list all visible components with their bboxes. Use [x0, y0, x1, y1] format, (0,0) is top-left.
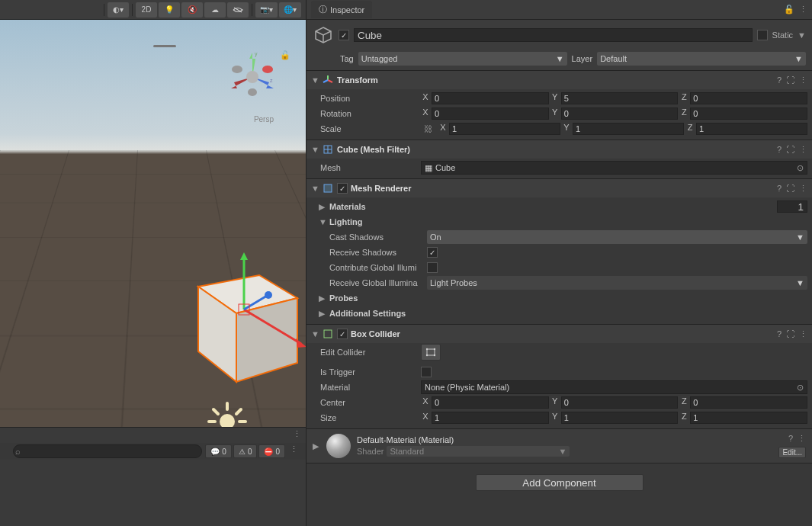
help-icon[interactable]: ?: [777, 184, 782, 194]
menu-icon[interactable]: ⋮: [799, 75, 807, 85]
scale-y-input[interactable]: [573, 123, 684, 135]
fx-toggle-button[interactable]: ☁: [204, 2, 226, 18]
foldout-icon[interactable]: ▼: [311, 145, 319, 154]
projection-label[interactable]: Persp: [254, 115, 274, 123]
inspector-tab[interactable]: ⓘ Inspector: [311, 1, 372, 18]
center-y-input[interactable]: [561, 396, 679, 409]
scale-z-input[interactable]: [696, 123, 807, 135]
layer-dropdown[interactable]: Default▼: [597, 52, 806, 66]
warning-icon: ⚠: [239, 447, 246, 456]
lock-icon[interactable]: 🔓: [784, 5, 794, 14]
preset-icon[interactable]: ⛶: [786, 184, 794, 194]
center-label: Center: [311, 398, 418, 407]
error-count-button[interactable]: ⛔0: [258, 444, 285, 458]
inspector-tab-bar: ⓘ Inspector 🔓 ⋮: [307, 0, 812, 20]
contribute-gi-checkbox[interactable]: [427, 262, 438, 273]
mesh-renderer-enabled-checkbox[interactable]: [337, 183, 348, 194]
probes-foldout[interactable]: ▶Probes: [311, 290, 807, 306]
size-z-input[interactable]: [690, 412, 807, 424]
console-menu-icon[interactable]: ⋮: [293, 429, 301, 441]
layer-label: Layer: [572, 54, 593, 63]
preset-icon[interactable]: ⛶: [786, 145, 794, 155]
menu-icon[interactable]: ⋮: [799, 145, 807, 155]
position-x-input[interactable]: [432, 92, 549, 104]
materials-foldout[interactable]: ▶Materials: [311, 199, 807, 214]
add-component-button[interactable]: Add Component: [476, 474, 644, 491]
static-checkbox[interactable]: [757, 30, 768, 40]
lighting-foldout[interactable]: ▼Lighting: [311, 214, 807, 229]
camera-button[interactable]: 📷▾: [255, 2, 278, 18]
material-name: Default-Material (Material): [357, 435, 772, 444]
receive-shadows-checkbox[interactable]: [427, 247, 438, 258]
preset-icon[interactable]: ⛶: [786, 75, 794, 85]
mesh-object-field[interactable]: ▦ Cube ⊙: [421, 161, 807, 175]
position-y-input[interactable]: [561, 92, 679, 104]
scale-x-input[interactable]: [449, 123, 560, 135]
svg-text:z: z: [270, 78, 273, 83]
menu-icon[interactable]: ⋮: [799, 184, 807, 194]
gameobject-icon[interactable]: [313, 24, 334, 46]
transform-component: ▼ Transform ?⛶⋮ Position X Y Z Rotation …: [307, 70, 812, 140]
info-count-button[interactable]: 💬0: [205, 444, 232, 458]
shader-dropdown[interactable]: Standard▼: [387, 446, 570, 457]
physic-material-field[interactable]: None (Physic Material) ⊙: [421, 380, 807, 394]
foldout-icon[interactable]: ▼: [311, 329, 319, 338]
size-y-input[interactable]: [561, 412, 679, 424]
is-trigger-label: Is Trigger: [311, 367, 418, 377]
additional-settings-foldout[interactable]: ▶Additional Settings: [311, 306, 807, 321]
panel-menu-icon[interactable]: ⋮: [799, 5, 807, 14]
rotation-z-input[interactable]: [690, 107, 807, 120]
help-icon[interactable]: ?: [777, 75, 782, 85]
rotation-y-input[interactable]: [561, 107, 679, 120]
gameobject-enabled-checkbox[interactable]: [339, 30, 349, 40]
shading-mode-button[interactable]: ◐▾: [108, 2, 129, 18]
hidden-toggle-button[interactable]: [227, 2, 249, 18]
receive-shadows-label: Receive Shadows: [329, 248, 427, 257]
object-picker-icon[interactable]: ⊙: [797, 163, 804, 173]
svg-point-39: [426, 354, 428, 356]
drag-handle[interactable]: [153, 45, 176, 47]
size-label: Size: [311, 413, 418, 422]
svg-marker-6: [296, 338, 306, 348]
position-label: Position: [311, 94, 418, 103]
help-icon[interactable]: ?: [777, 329, 782, 339]
gameobject-name-input[interactable]: [354, 28, 753, 42]
svg-point-37: [426, 348, 428, 350]
menu-icon[interactable]: ⋮: [799, 329, 807, 339]
materials-count-input[interactable]: [777, 200, 807, 213]
gizmos-button[interactable]: 🌐▾: [279, 2, 301, 18]
warning-count-button[interactable]: ⚠0: [233, 444, 258, 458]
selected-cube-gizmo[interactable]: [175, 249, 306, 393]
menu-icon[interactable]: ⋮: [798, 434, 806, 444]
gameobject-header: Static ▼: [307, 20, 812, 50]
foldout-icon[interactable]: ▼: [311, 184, 319, 193]
foldout-icon[interactable]: ▼: [311, 75, 319, 85]
scene-view[interactable]: 🔓 y z: [0, 20, 306, 427]
audio-toggle-button[interactable]: 🔇: [181, 2, 203, 18]
help-icon[interactable]: ?: [777, 145, 782, 155]
edit-collider-button[interactable]: [421, 344, 441, 361]
material-foldout-icon[interactable]: ▶: [313, 441, 320, 451]
help-icon[interactable]: ?: [788, 434, 793, 444]
size-x-input[interactable]: [432, 412, 549, 424]
edit-material-button[interactable]: Edit...: [778, 447, 806, 458]
constrain-scale-icon[interactable]: ⛓: [421, 124, 435, 133]
orientation-gizmo[interactable]: y z: [222, 47, 283, 107]
svg-line-29: [328, 80, 332, 82]
center-z-input[interactable]: [690, 396, 807, 409]
box-collider-enabled-checkbox[interactable]: [337, 329, 348, 339]
2d-toggle-button[interactable]: 2D: [136, 2, 157, 18]
lighting-toggle-button[interactable]: 💡: [159, 2, 180, 18]
cast-shadows-dropdown[interactable]: On▼: [427, 230, 807, 244]
tag-dropdown[interactable]: Untagged▼: [358, 52, 567, 66]
rotation-x-input[interactable]: [432, 107, 549, 120]
console-search-input[interactable]: [13, 444, 202, 458]
center-x-input[interactable]: [432, 396, 549, 409]
is-trigger-checkbox[interactable]: [421, 367, 432, 377]
static-dropdown-arrow[interactable]: ▼: [798, 30, 806, 40]
receive-gi-dropdown: Light Probes▼: [427, 276, 807, 290]
position-z-input[interactable]: [690, 92, 807, 104]
preset-icon[interactable]: ⛶: [786, 329, 794, 339]
console-overflow-icon[interactable]: ⋮: [287, 444, 301, 458]
object-picker-icon[interactable]: ⊙: [797, 383, 804, 393]
